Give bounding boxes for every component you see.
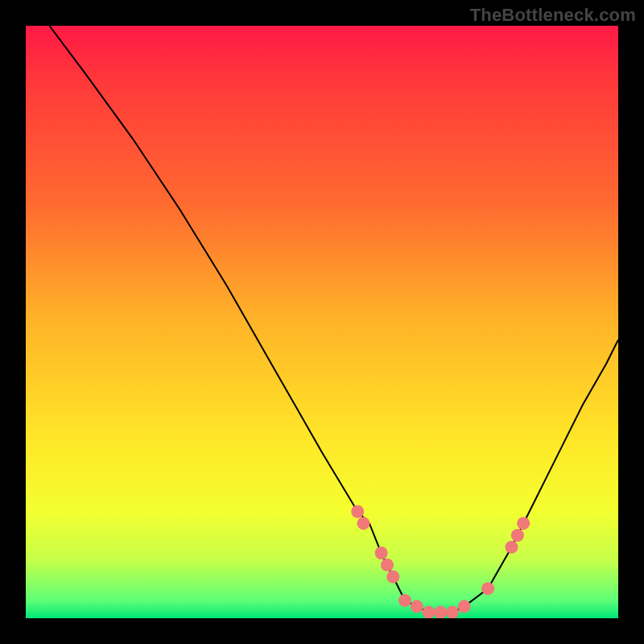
plot-area	[26, 26, 618, 618]
data-point	[481, 582, 494, 595]
bottleneck-curve	[49, 26, 618, 613]
chart-frame: TheBottleneck.com	[0, 0, 644, 644]
data-point	[434, 606, 447, 618]
data-point	[506, 541, 518, 554]
data-point	[375, 547, 388, 559]
data-point	[381, 559, 394, 572]
curve-svg	[26, 26, 618, 618]
data-point	[511, 529, 524, 542]
data-point	[517, 517, 530, 530]
data-point	[423, 606, 436, 618]
data-point	[386, 571, 399, 584]
data-points	[351, 506, 530, 619]
data-point	[398, 594, 411, 607]
data-point	[411, 600, 423, 613]
watermark-text: TheBottleneck.com	[470, 5, 636, 26]
data-point	[351, 506, 364, 518]
data-point	[357, 517, 370, 530]
data-point	[446, 606, 459, 618]
data-point	[458, 600, 471, 613]
